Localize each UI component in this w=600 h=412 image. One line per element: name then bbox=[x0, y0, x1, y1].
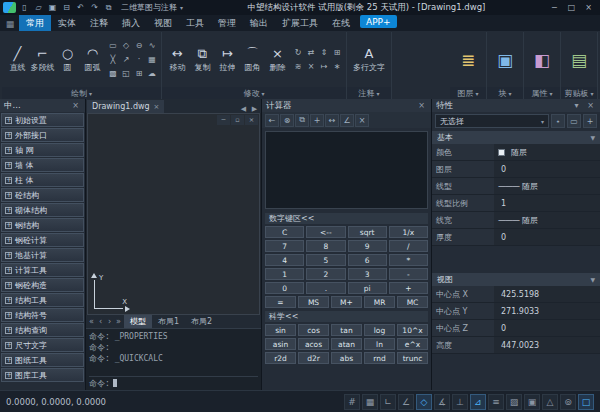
gradient-icon[interactable]: ▩ bbox=[107, 67, 119, 80]
prev-layout-icon[interactable]: ‹ bbox=[96, 317, 105, 326]
drawing-canvas[interactable]: ─ ▫ × Y X bbox=[87, 113, 260, 315]
select-objects-icon[interactable]: ▭ bbox=[567, 114, 581, 128]
numpad-section-header[interactable]: 数字键区<< bbox=[265, 213, 428, 224]
document-tab[interactable]: Drawing1.dwg × bbox=[87, 100, 164, 113]
calculator-key[interactable]: d2r bbox=[298, 352, 329, 364]
lineweight-toggle[interactable]: ≡ bbox=[488, 394, 504, 410]
spline-icon[interactable]: ∿ bbox=[146, 39, 158, 52]
property-value[interactable]: 271.9033 bbox=[494, 303, 600, 319]
ribbon-tab-manage[interactable]: 管理 bbox=[211, 15, 243, 31]
ribbon-menu-icon[interactable]: ▦ bbox=[2, 17, 18, 31]
expand-plus-icon[interactable]: + bbox=[5, 312, 12, 319]
first-layout-icon[interactable]: « bbox=[87, 317, 96, 326]
layout-tab-model[interactable]: 模型 bbox=[124, 315, 152, 328]
block-icon[interactable]: ▣ bbox=[497, 50, 513, 70]
workspace-selector[interactable]: 二维草图与注释 ▾ bbox=[117, 2, 187, 13]
calculator-key[interactable]: e^x bbox=[397, 338, 428, 350]
attributes-icon[interactable]: ◧ bbox=[534, 50, 550, 70]
calculator-key[interactable]: = bbox=[265, 296, 296, 308]
clear-icon[interactable]: ← bbox=[265, 114, 279, 127]
calculator-key[interactable]: M+ bbox=[331, 296, 362, 308]
expand-plus-icon[interactable]: + bbox=[5, 162, 12, 169]
calculator-key[interactable]: tan bbox=[331, 324, 362, 336]
layout-tab-1[interactable]: 布局1 bbox=[152, 315, 185, 328]
scroll-right-icon[interactable]: ▶ bbox=[249, 105, 260, 113]
plot-preview-icon[interactable]: ⧉ bbox=[102, 2, 115, 14]
doc-close-button[interactable]: × bbox=[245, 115, 258, 125]
get-coordinates-icon[interactable]: + bbox=[310, 114, 324, 127]
quick-select-icon[interactable]: ⋆ bbox=[551, 114, 565, 128]
expand-plus-icon[interactable]: + bbox=[5, 117, 12, 124]
ribbon-tab-view[interactable]: 视图 bbox=[147, 15, 179, 31]
last-layout-icon[interactable]: » bbox=[114, 317, 123, 326]
calculator-key[interactable]: 1/x bbox=[389, 226, 428, 238]
calculator-key[interactable]: + bbox=[389, 282, 428, 294]
transparency-toggle[interactable]: ▨ bbox=[506, 394, 522, 410]
expand-plus-icon[interactable]: + bbox=[5, 237, 12, 244]
property-value[interactable]: 随层 bbox=[494, 144, 600, 160]
left-panel-item[interactable]: + 轴 网 bbox=[1, 143, 84, 157]
calculator-key[interactable]: trunc bbox=[397, 352, 428, 364]
clear-history-icon[interactable]: ⊗ bbox=[280, 114, 294, 127]
calculator-key[interactable]: 8 bbox=[306, 240, 345, 252]
left-panel-item[interactable]: + 砼结构 bbox=[1, 188, 84, 202]
calculator-key[interactable]: * bbox=[389, 254, 428, 266]
ribbon-tab-tools[interactable]: 工具 bbox=[179, 15, 211, 31]
command-input[interactable]: 命令: bbox=[89, 376, 258, 389]
calculator-key[interactable]: 2 bbox=[306, 268, 345, 280]
property-value[interactable]: ——— 随层 bbox=[494, 212, 600, 228]
calculator-key[interactable]: r2d bbox=[265, 352, 296, 364]
expand-plus-icon[interactable]: + bbox=[5, 147, 12, 154]
expand-plus-icon[interactable]: + bbox=[5, 282, 12, 289]
trim-icon[interactable]: × bbox=[305, 60, 317, 73]
next-layout-icon[interactable]: › bbox=[105, 317, 114, 326]
expand-plus-icon[interactable]: + bbox=[5, 222, 12, 229]
hatch-icon[interactable]: ▦ bbox=[146, 53, 158, 66]
command-window[interactable]: 命令: _PROPERTIES命令:命令: _QUICKCALC 命令: bbox=[86, 328, 261, 390]
fullscreen-toggle[interactable]: □ bbox=[578, 394, 594, 410]
panel-menu-icon[interactable]: ▾ bbox=[571, 101, 582, 110]
offset-icon[interactable]: ≋ bbox=[292, 60, 304, 73]
ribbon-tab-solid[interactable]: 实体 bbox=[51, 15, 83, 31]
left-panel-item[interactable]: + 结构符号 bbox=[1, 308, 84, 322]
arc-button[interactable]: ◠ 圆弧 bbox=[80, 45, 105, 74]
calculator-key[interactable]: log bbox=[364, 324, 395, 336]
property-value[interactable]: 0 bbox=[494, 320, 600, 336]
calculator-key[interactable]: 7 bbox=[265, 240, 304, 252]
ribbon-tab-online[interactable]: 在线 bbox=[325, 15, 357, 31]
copy-button[interactable]: ⧉ 复制 bbox=[190, 45, 215, 74]
block-group-label[interactable]: 块 ▾ bbox=[487, 87, 523, 99]
expand-plus-icon[interactable]: + bbox=[5, 372, 12, 379]
clipboard-icon[interactable]: ▤ bbox=[571, 50, 587, 70]
doc-restore-button[interactable]: ▫ bbox=[231, 115, 244, 125]
left-panel-item[interactable]: + 计算工具 bbox=[1, 263, 84, 277]
close-icon[interactable]: × bbox=[70, 101, 81, 110]
osnap-toggle[interactable]: ◇ bbox=[416, 394, 432, 410]
new-file-icon[interactable]: ▯ bbox=[18, 2, 31, 14]
point-icon[interactable]: · bbox=[133, 53, 145, 66]
left-panel-item[interactable]: + 柱 体 bbox=[1, 173, 84, 187]
maximize-button[interactable]: □ bbox=[563, 1, 580, 14]
ribbon-tab-insert[interactable]: 插入 bbox=[115, 15, 147, 31]
calculator-key[interactable]: cos bbox=[298, 324, 329, 336]
construction-line-icon[interactable]: ╳ bbox=[107, 53, 119, 66]
section-basic[interactable]: 基本 ▼ bbox=[432, 131, 600, 144]
layout-tab-2[interactable]: 布局2 bbox=[185, 315, 218, 328]
array-icon[interactable]: ⊞ bbox=[331, 46, 343, 59]
extend-icon[interactable]: ↦ bbox=[318, 60, 330, 73]
property-value[interactable]: 425.5198 bbox=[494, 286, 600, 302]
calculator-key[interactable]: rnd bbox=[364, 352, 395, 364]
region-icon[interactable]: ◱ bbox=[120, 67, 132, 80]
expand-plus-icon[interactable]: + bbox=[5, 207, 12, 214]
calculator-key[interactable]: acos bbox=[298, 338, 329, 350]
calculator-key[interactable]: / bbox=[389, 240, 428, 252]
rotate-icon[interactable]: ↻ bbox=[292, 46, 304, 59]
redo-icon[interactable]: ↷ bbox=[88, 2, 101, 14]
polygon-icon[interactable]: ◇ bbox=[120, 39, 132, 52]
paste-to-commandline-icon[interactable]: ⧉ bbox=[295, 114, 309, 127]
layers-icon[interactable]: ≣ bbox=[461, 50, 475, 70]
ribbon-tab-output[interactable]: 输出 bbox=[243, 15, 275, 31]
property-value[interactable]: 0 bbox=[494, 229, 600, 245]
section-view[interactable]: 视图 ▼ bbox=[432, 273, 600, 286]
calculator-display[interactable] bbox=[265, 131, 428, 209]
